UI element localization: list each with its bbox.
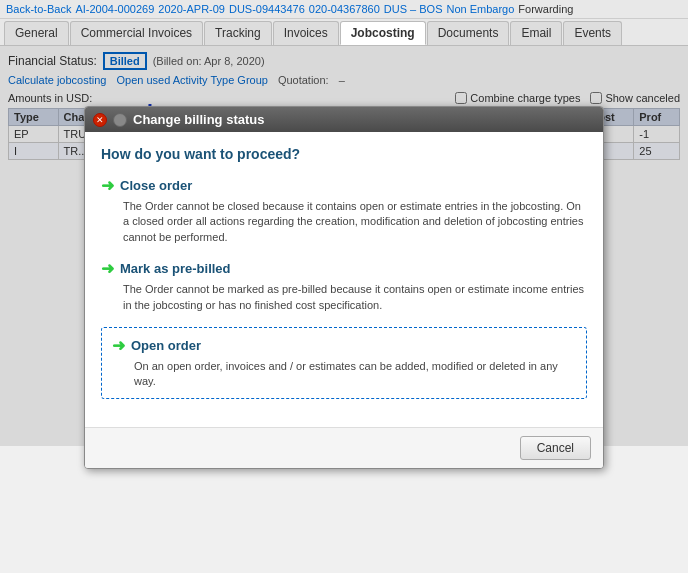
close-order-desc: The Order cannot be closed because it co… (123, 199, 587, 245)
modal-dialog: ✕ Change billing status How do you want … (84, 106, 604, 469)
option-prebilled-header: ➜ Mark as pre-billed (101, 259, 587, 278)
tab-commercial-invoices[interactable]: Commercial Invoices (70, 21, 203, 45)
modal-footer: Cancel (85, 427, 603, 468)
modal-option-close-order[interactable]: ➜ Close order The Order cannot be closed… (101, 176, 587, 245)
breadcrumb-non-embargo[interactable]: Non Embargo (446, 3, 514, 15)
modal-option-mark-prebilled[interactable]: ➜ Mark as pre-billed The Order cannot be… (101, 259, 587, 313)
mark-prebilled-title: Mark as pre-billed (120, 261, 231, 276)
breadcrumb-dus-bos[interactable]: DUS – BOS (384, 3, 443, 15)
green-arrow-icon: ➜ (112, 336, 125, 355)
modal-question: How do you want to proceed? (101, 146, 587, 162)
tab-tracking[interactable]: Tracking (204, 21, 272, 45)
modal-body: How do you want to proceed? ➜ Close orde… (85, 132, 603, 427)
modal-close-button[interactable]: ✕ (93, 113, 107, 127)
modal-overlay: ✕ Change billing status How do you want … (0, 46, 688, 446)
modal-minimize-button[interactable] (113, 113, 127, 127)
close-order-title: Close order (120, 178, 192, 193)
main-content: Financial Status: Billed (Billed on: Apr… (0, 46, 688, 446)
modal-titlebar: ✕ Change billing status (85, 107, 603, 132)
breadcrumb-back-to-back[interactable]: Back-to-Back (6, 3, 71, 15)
cancel-button[interactable]: Cancel (520, 436, 591, 460)
tab-invoices[interactable]: Invoices (273, 21, 339, 45)
tab-documents[interactable]: Documents (427, 21, 510, 45)
breadcrumb-date1[interactable]: 2020-APR-09 (158, 3, 225, 15)
open-order-title: Open order (131, 338, 201, 353)
tab-email[interactable]: Email (510, 21, 562, 45)
option-close-order-header: ➜ Close order (101, 176, 587, 195)
mark-prebilled-desc: The Order cannot be marked as pre-billed… (123, 282, 587, 313)
tab-general[interactable]: General (4, 21, 69, 45)
breadcrumb-dus[interactable]: DUS-09443476 (229, 3, 305, 15)
modal-title: Change billing status (133, 112, 264, 127)
breadcrumb-bar: Back-to-Back AI-2004-000269 2020-APR-09 … (0, 0, 688, 19)
tab-jobcosting[interactable]: Jobcosting (340, 21, 426, 45)
breadcrumb-forwarding: Forwarding (518, 3, 573, 15)
option-open-order-header: ➜ Open order (112, 336, 576, 355)
modal-option-open-order[interactable]: ➜ Open order On an open order, invoices … (101, 327, 587, 399)
breadcrumb-ai[interactable]: AI-2004-000269 (75, 3, 154, 15)
tab-events[interactable]: Events (563, 21, 622, 45)
breadcrumb-020[interactable]: 020-04367860 (309, 3, 380, 15)
green-arrow-icon: ➜ (101, 259, 114, 278)
green-arrow-icon: ➜ (101, 176, 114, 195)
open-order-desc: On an open order, invoices and / or esti… (134, 359, 576, 390)
tab-bar: General Commercial Invoices Tracking Inv… (0, 19, 688, 46)
